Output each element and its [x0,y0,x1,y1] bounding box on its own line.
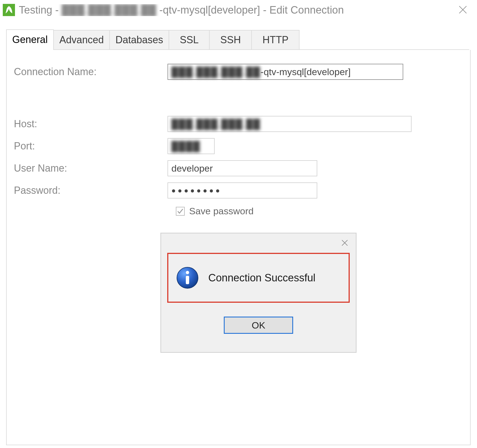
tab-label: Advanced [59,34,104,46]
close-icon [458,5,468,14]
port-value: ████ [171,140,200,152]
label-port: Port: [7,140,168,152]
label-user: User Name: [7,162,168,174]
window-title-ip: ███.███.███.██ [62,4,156,16]
row-port: Port: ████ [7,138,215,154]
row-host: Host: ███.███.███.██ [7,116,412,132]
ok-button[interactable]: OK [224,317,293,334]
row-password: Password: ●●●●●●●● [7,182,317,198]
tab-strip: General Advanced Databases SSL SSH HTTP [6,30,469,50]
input-connection-name[interactable]: ███.███.███.██-qtv-mysql[developer] [168,64,403,80]
svg-point-1 [186,271,189,274]
row-user: User Name: developer [7,160,317,176]
tab-advanced[interactable]: Advanced [53,30,110,49]
window-title-prefix: Testing - [19,4,62,16]
svg-rect-2 [186,276,189,284]
input-user[interactable]: developer [168,160,317,176]
label-host: Host: [7,118,168,130]
close-icon [341,239,348,246]
tab-ssh[interactable]: SSH [209,30,252,49]
input-password[interactable]: ●●●●●●●● [168,182,317,198]
save-password-checkbox[interactable] [176,207,185,216]
connection-name-ip: ███.███.███.██ [171,66,260,78]
user-value: developer [171,163,213,174]
tab-label: General [12,34,48,45]
dialog-close-button[interactable] [339,237,351,249]
window-title: Testing - ███.███.███.██ -qtv-mysql[deve… [19,4,344,16]
save-password-checkbox-wrap: Save password [176,206,253,217]
general-panel: Connection Name: ███.███.███.██-qtv-mysq… [6,50,471,445]
dialog-message: Connection Successful [208,272,316,284]
ok-button-label: OK [252,320,265,331]
dialog-body: Connection Successful [167,253,350,303]
tab-label: Databases [115,34,163,46]
window-title-suffix: -qtv-mysql[developer] - Edit Connection [159,4,344,16]
dialog-footer: OK [161,310,356,352]
tab-label: HTTP [262,34,288,46]
tab-label: SSL [180,34,199,46]
tab-general[interactable]: General [6,29,54,49]
row-connection-name: Connection Name: ███.███.███.██-qtv-mysq… [7,64,403,80]
input-port[interactable]: ████ [168,138,215,154]
window-close-button[interactable] [456,3,470,17]
connection-name-suffix: -qtv-mysql[developer] [260,67,351,77]
password-mask: ●●●●●●●● [171,186,222,195]
edit-connection-window: Testing - ███.███.███.██ -qtv-mysql[deve… [0,0,477,448]
connection-result-dialog: Connection Successful OK [161,233,356,353]
titlebar: Testing - ███.███.███.██ -qtv-mysql[deve… [0,0,477,20]
input-host[interactable]: ███.███.███.██ [168,116,412,132]
row-save-password: Save password [7,206,253,217]
tab-label: SSH [220,34,241,46]
check-icon [177,208,184,215]
save-password-label: Save password [189,206,253,217]
tab-databases[interactable]: Databases [109,30,169,49]
host-value: ███.███.███.██ [171,118,260,130]
label-password: Password: [7,185,168,196]
tab-http[interactable]: HTTP [251,30,300,49]
info-icon [176,266,199,289]
label-connection-name: Connection Name: [7,66,168,78]
app-icon [3,4,15,16]
tab-ssl[interactable]: SSL [169,30,210,49]
